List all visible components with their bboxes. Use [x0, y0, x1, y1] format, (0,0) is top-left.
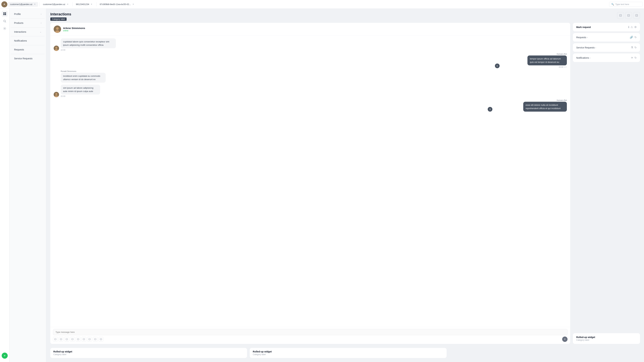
rolled-widget-label: Category label	[576, 339, 636, 341]
message-bubble: tempor ipsum officia ad laborum quis est…	[528, 55, 567, 65]
nav-item-profile[interactable]: Profile ›	[11, 11, 45, 17]
message-row: Humans Bot esse elit dolore nulla sit in…	[54, 99, 567, 112]
header-icon-1[interactable]	[617, 12, 624, 19]
spacer	[449, 348, 640, 358]
link-icon[interactable]: 🔗	[630, 36, 633, 39]
message-sender: Humans Bot	[556, 99, 567, 101]
svg-point-4	[4, 20, 5, 22]
send-button[interactable]	[562, 337, 568, 342]
nav-item-interactions[interactable]: Interactions ⌄	[11, 28, 45, 35]
requests-card: Requests › 🔗 ↻	[573, 33, 640, 41]
bot-icon: ℹ	[495, 63, 500, 68]
right-panel: Mark request ℹ ⚠ ⚙ Requests ›	[573, 23, 640, 344]
svg-rect-1	[5, 12, 6, 13]
gear-icon[interactable]: ⚙	[634, 25, 636, 29]
message-bubble: sint ipsum ad labore adipisicing aute mi…	[61, 85, 100, 94]
messages-area[interactable]: cupidatat labore quis consectetur except…	[50, 36, 570, 327]
nav-item-notifications[interactable]: Notifications	[11, 37, 45, 44]
sidebar-settings-icon[interactable]	[2, 25, 8, 31]
category-badge: Category label	[50, 17, 66, 21]
add-button[interactable]: +	[2, 353, 8, 359]
bot-icon: ℹ	[488, 107, 492, 112]
search-bar[interactable]: 🔍 Type text here	[609, 2, 643, 7]
tab-divider	[96, 2, 96, 6]
refresh-icon[interactable]: ↻	[634, 36, 636, 39]
tab-uuid[interactable]: 67c909b8-8ed3-11ea-bc55-02... ✕	[98, 2, 137, 7]
tab-phone[interactable]: 98123401234 ✕	[74, 2, 95, 7]
tab-close-2[interactable]: ✕	[66, 3, 69, 6]
nav-divider	[11, 27, 45, 27]
message-time: 22:00	[61, 49, 152, 51]
nav-label-profile: Profile	[14, 13, 21, 15]
service-requests-icons: ⚗ ↻	[631, 46, 636, 49]
header-icon-2[interactable]	[625, 12, 632, 19]
mark-request-title: Mark request	[576, 26, 591, 28]
nav-sidebar: Profile › Products › Interactions ⌄ Noti…	[10, 9, 46, 362]
svg-rect-0	[3, 12, 4, 13]
refresh-icon[interactable]: ↻	[634, 56, 636, 59]
tab-bar: A customer1@yandex.uz ✕ customer2@yandex…	[0, 0, 644, 9]
nav-label-requests: Requests	[14, 48, 24, 51]
header-icon-3[interactable]	[633, 12, 640, 19]
chat-user-name: Arlene Simmmons	[63, 27, 85, 29]
tab-close-1[interactable]: ✕	[33, 3, 36, 6]
toolbar-icon-6[interactable]	[82, 337, 86, 342]
nav-divider	[11, 54, 45, 54]
toolbar-icon-5[interactable]	[76, 337, 80, 342]
chevron-right-icon: ›	[590, 56, 590, 59]
service-requests-card: Service Requests › ⚗ ↻	[573, 43, 640, 52]
chevron-down-icon: ⌄	[40, 31, 42, 33]
rolled-widget-label-2: Category label	[253, 353, 444, 356]
refresh-icon[interactable]: ↻	[634, 46, 636, 49]
tab-label: customer2@yandex.uz	[43, 3, 65, 5]
toolbar-icon-3[interactable]	[64, 337, 69, 342]
message-bubble: esse elit dolore nulla sit incididunt re…	[523, 102, 567, 112]
info-icon[interactable]: ℹ	[628, 25, 629, 29]
svg-line-5	[5, 22, 6, 22]
chevron-icon: ›	[41, 22, 42, 24]
chevron-right-icon: ›	[595, 46, 596, 49]
main-layout: + Profile › Products › Interactions ⌄ No…	[0, 9, 644, 362]
tab-label: 67c909b8-8ed3-11ea-bc55-02...	[100, 3, 131, 5]
page-title: Interactions	[50, 12, 71, 16]
nav-item-service-requests[interactable]: Service Requests	[11, 55, 45, 62]
message-row: sint ipsum ad labore adipisicing aute mi…	[54, 85, 567, 97]
message-time: 20:00 ✓✓	[559, 66, 567, 68]
notifications-link[interactable]: Notifications ›	[576, 56, 590, 59]
toolbar-icon-4[interactable]	[70, 337, 75, 342]
tab-close-3[interactable]: ✕	[90, 3, 93, 6]
message-row: Humans Bot tempor ipsum officia ad labor…	[54, 53, 567, 68]
message-col: Ronald Simmmons incididunt enim cupidata…	[61, 70, 136, 83]
requests-link[interactable]: Requests ›	[576, 36, 588, 39]
send-icon[interactable]: ✈	[631, 56, 633, 59]
nav-item-requests[interactable]: Requests	[11, 46, 45, 53]
mark-request-header: Mark request ℹ ⚠ ⚙	[576, 25, 636, 29]
toolbar-icon-1[interactable]	[53, 337, 58, 342]
toolbar-icon-8[interactable]	[93, 337, 98, 342]
toolbar-icon-9[interactable]	[98, 337, 103, 342]
chat-input-area	[50, 327, 570, 344]
service-requests-link[interactable]: Service Requests ›	[576, 46, 596, 49]
toolbar-icon-2[interactable]	[59, 337, 64, 342]
notifications-title: Notifications	[576, 56, 589, 59]
message-input[interactable]	[53, 329, 568, 335]
rolled-widget-title-1: Rolled-up widget	[53, 350, 244, 353]
service-requests-title: Service Requests	[576, 46, 595, 49]
requests-icons: 🔗 ↻	[630, 36, 636, 39]
page-header: Interactions Category label	[46, 9, 644, 23]
nav-label-interactions: Interactions	[14, 30, 26, 33]
nav-item-products[interactable]: Products ›	[11, 19, 45, 26]
tab-customer2[interactable]: customer2@yandex.uz ✕	[41, 2, 71, 7]
service-requests-header: Service Requests › ⚗ ↻	[576, 46, 636, 49]
toolbar-icon-7[interactable]	[87, 337, 92, 342]
notifications-card: Notifications › ✈ ↻	[573, 53, 640, 62]
filter-icon[interactable]: ⚗	[631, 46, 633, 49]
rolled-widget-title: Rolled-up widget	[576, 336, 636, 339]
sidebar-grid-icon[interactable]	[2, 11, 8, 17]
tab-customer1[interactable]: customer1@yandex.uz ✕	[8, 2, 38, 7]
message-time: 22:00	[61, 95, 126, 97]
sidebar-search-icon[interactable]	[2, 18, 8, 24]
warning-icon[interactable]: ⚠	[630, 25, 633, 29]
tab-close-4[interactable]: ✕	[132, 3, 135, 6]
svg-point-6	[4, 28, 5, 29]
